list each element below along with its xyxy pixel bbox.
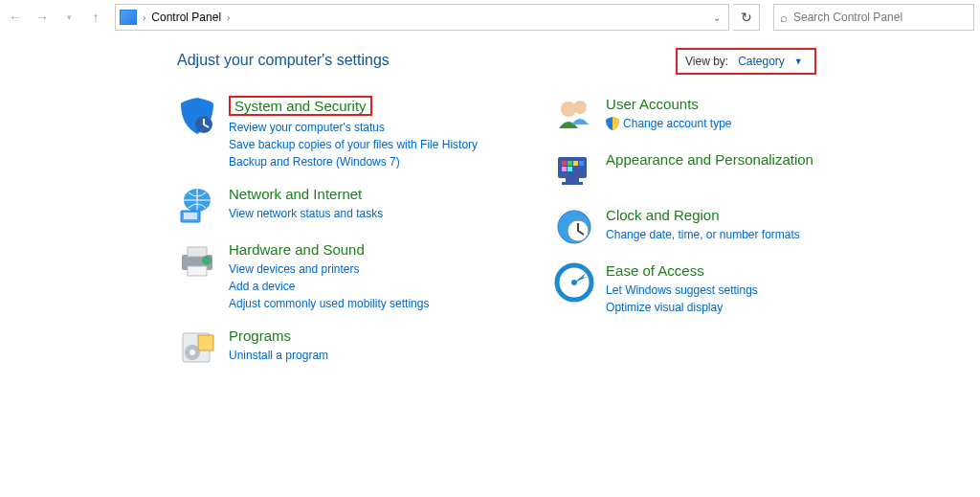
uac-shield-icon xyxy=(606,117,619,130)
category-heading-system-and-security[interactable]: System and Security xyxy=(229,96,372,116)
category-link[interactable]: Add a device xyxy=(229,278,295,295)
category-heading-hardware-and-sound[interactable]: Hardware and Sound xyxy=(229,241,365,258)
refresh-button[interactable]: ↻ xyxy=(733,4,760,31)
programs-icon xyxy=(177,328,217,368)
category-appearance-and-personalization: Appearance and Personalization xyxy=(554,151,813,192)
view-by-label: View by: xyxy=(685,55,728,68)
category-link[interactable]: Let Windows suggest settings xyxy=(606,282,758,299)
category-ease-of-access: Ease of AccessLet Windows suggest settin… xyxy=(554,262,813,316)
recent-dropdown[interactable]: ▾ xyxy=(57,6,80,29)
category-link[interactable]: Adjust commonly used mobility settings xyxy=(229,295,429,312)
search-input[interactable] xyxy=(793,11,968,24)
category-link[interactable]: Review your computer's status xyxy=(229,119,385,136)
category-clock-and-region: Clock and RegionChange date, time, or nu… xyxy=(554,207,813,247)
control-panel-mini-icon xyxy=(120,10,137,25)
category-link[interactable]: Save backup copies of your files with Fi… xyxy=(229,136,478,153)
category-heading-ease-of-access[interactable]: Ease of Access xyxy=(606,262,704,279)
category-link[interactable]: Uninstall a program xyxy=(229,347,328,364)
category-programs: ProgramsUninstall a program xyxy=(177,328,478,368)
category-link[interactable]: Backup and Restore (Windows 7) xyxy=(229,153,400,170)
breadcrumb-sep-icon: › xyxy=(227,12,230,23)
address-bar-row: ← → ▾ ↑ › Control Panel › ⌄ ↻ ⌕ xyxy=(0,0,980,34)
category-network-and-internet: Network and InternetView network status … xyxy=(177,186,478,226)
category-hardware-and-sound: Hardware and SoundView devices and print… xyxy=(177,241,478,312)
category-heading-network-and-internet[interactable]: Network and Internet xyxy=(229,186,362,202)
category-heading-user-accounts[interactable]: User Accounts xyxy=(606,96,699,112)
clock-icon xyxy=(554,207,594,247)
up-button[interactable]: ↑ xyxy=(84,6,107,29)
shield-icon xyxy=(177,96,217,136)
category-system-and-security: System and SecurityReview your computer'… xyxy=(177,96,478,170)
breadcrumb-sep-icon: › xyxy=(143,12,145,23)
view-by-selector[interactable]: View by: Category ▼ xyxy=(676,48,816,75)
chevron-down-icon: ▼ xyxy=(794,56,803,66)
appearance-icon xyxy=(554,151,594,192)
ease-icon xyxy=(554,262,594,303)
back-button[interactable]: ← xyxy=(4,6,27,29)
category-link[interactable]: View network status and tasks xyxy=(229,205,383,222)
page-title: Adjust your computer's settings xyxy=(177,52,961,69)
category-link[interactable]: View devices and printers xyxy=(229,260,360,278)
search-box[interactable]: ⌕ xyxy=(773,4,974,31)
category-heading-programs[interactable]: Programs xyxy=(229,328,291,344)
address-bar[interactable]: › Control Panel › ⌄ xyxy=(115,4,729,31)
category-link[interactable]: Optimize visual display xyxy=(606,299,723,316)
address-dropdown-icon[interactable]: ⌄ xyxy=(713,12,721,23)
category-heading-clock-and-region[interactable]: Clock and Region xyxy=(606,207,719,223)
search-icon: ⌕ xyxy=(780,11,788,25)
forward-button[interactable]: → xyxy=(31,6,54,29)
breadcrumb-control-panel[interactable]: Control Panel xyxy=(151,11,221,24)
view-by-value[interactable]: Category xyxy=(738,55,785,68)
network-icon xyxy=(177,186,217,226)
category-link[interactable]: Change account type xyxy=(623,115,731,132)
category-heading-appearance-and-personalization[interactable]: Appearance and Personalization xyxy=(606,151,813,168)
printer-icon xyxy=(177,241,217,282)
category-link[interactable]: Change date, time, or number formats xyxy=(606,226,800,243)
users-icon xyxy=(554,96,594,136)
category-user-accounts: User AccountsChange account type xyxy=(554,96,813,136)
